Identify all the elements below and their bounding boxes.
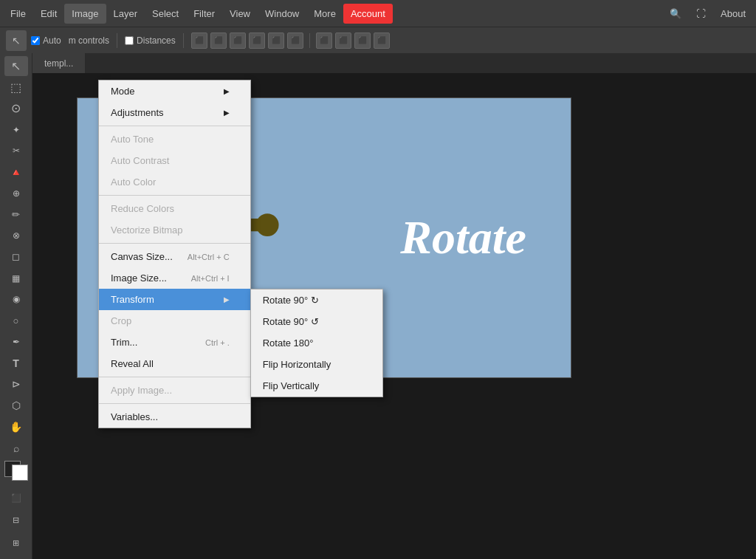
- canvas-tab[interactable]: templ...: [32, 53, 86, 73]
- background-color-swatch[interactable]: [12, 464, 28, 481]
- tool-pen[interactable]: ✒: [4, 332, 28, 352]
- menu-image-size[interactable]: Image Size... Alt+Ctrl + I: [99, 267, 250, 289]
- distances-checkbox-input[interactable]: [125, 36, 134, 45]
- menu-view[interactable]: View: [222, 4, 258, 24]
- sep-2: [99, 195, 250, 196]
- tool-screen[interactable]: ⊞: [4, 533, 28, 553]
- auto-checkbox-input[interactable]: [31, 36, 40, 45]
- tool-hand[interactable]: ✋: [4, 416, 28, 436]
- toolbar-auto-checkbox[interactable]: Auto: [31, 35, 61, 46]
- tool-brush[interactable]: ✏: [4, 205, 28, 224]
- rotate-90-ccw[interactable]: Rotate 90° ↺: [251, 311, 382, 332]
- tool-eraser[interactable]: ◻: [4, 247, 28, 267]
- distribute-v-icon[interactable]: ⬛: [335, 32, 351, 49]
- color-swatches: [4, 461, 28, 481]
- auto-tone-label: Auto Tone: [111, 134, 154, 145]
- svg-point-4: [256, 213, 279, 236]
- tool-crop[interactable]: ✂: [4, 141, 28, 161]
- menu-reveal-all[interactable]: Reveal All: [99, 353, 250, 374]
- variables-label: Variables...: [111, 411, 158, 422]
- toolbar: ↖ Auto m controls Distances ⬛ ⬛ ⬛ ⬛ ⬛ ⬛ …: [0, 27, 756, 53]
- tool-eyedropper[interactable]: 🔺: [4, 162, 28, 182]
- tool-select[interactable]: ↖: [4, 56, 28, 76]
- menu-image[interactable]: Image: [64, 4, 106, 24]
- tool-gradient[interactable]: ▦: [4, 268, 28, 288]
- align-center-v-icon[interactable]: ⬛: [268, 32, 284, 49]
- tool-masks[interactable]: ⬛: [4, 488, 28, 508]
- tool-zoom[interactable]: ⌕: [4, 438, 28, 458]
- menu-window[interactable]: Window: [258, 4, 306, 24]
- apply-image-label: Apply Image...: [111, 385, 172, 396]
- tool-heal[interactable]: ⊕: [4, 183, 28, 203]
- transform-controls-label: m controls: [69, 35, 109, 46]
- auto-contrast-label: Auto Contrast: [111, 155, 170, 166]
- align-left-icon[interactable]: ⬛: [191, 32, 207, 49]
- tool-path-select[interactable]: ⊳: [4, 374, 28, 394]
- menu-fullscreen-icon[interactable]: ⛶: [689, 4, 713, 24]
- menu-edit[interactable]: Edit: [33, 4, 64, 24]
- menu-about[interactable]: About: [713, 4, 753, 24]
- menu-file[interactable]: File: [3, 4, 33, 24]
- auto-color-label: Auto Color: [111, 176, 156, 188]
- tab-bar: templ...: [32, 53, 756, 74]
- tool-magic-wand[interactable]: ✦: [4, 120, 28, 140]
- menu-more[interactable]: More: [306, 4, 343, 24]
- tool-text[interactable]: T: [4, 353, 28, 373]
- flip-h-label: Flip Horizontally: [263, 359, 331, 370]
- menu-reduce-colors: Reduce Colors: [99, 198, 250, 219]
- toolbar-distances-checkbox[interactable]: Distances: [125, 35, 176, 46]
- rotate-text: Rotate: [400, 210, 526, 265]
- auto-label: Auto: [43, 35, 61, 46]
- trim-label: Trim...: [111, 337, 137, 348]
- menu-canvas-size[interactable]: Canvas Size... Alt+Ctrl + C: [99, 246, 250, 267]
- menu-filter[interactable]: Filter: [186, 4, 222, 24]
- transform-submenu: Rotate 90° ↻ Rotate 90° ↺ Rotate 180° Fl…: [250, 289, 383, 397]
- menu-select[interactable]: Select: [145, 4, 186, 24]
- canvas-area: templ...: [32, 53, 756, 559]
- toolbar-align-icons: ⬛ ⬛ ⬛ ⬛ ⬛ ⬛ ⬛ ⬛ ⬛ ⬛: [191, 32, 390, 49]
- sep-4: [99, 377, 250, 377]
- more-arrange-icon[interactable]: ⬛: [374, 32, 390, 49]
- menu-layer[interactable]: Layer: [106, 4, 145, 24]
- flip-vertically[interactable]: Flip Vertically: [251, 375, 382, 397]
- menu-mode[interactable]: Mode ▶: [99, 80, 250, 102]
- image-dropdown: Mode ▶ Adjustments ▶ Auto Tone Auto Cont…: [98, 80, 251, 428]
- align-bottom-icon[interactable]: ⬛: [287, 32, 303, 49]
- menu-auto-color: Auto Color: [99, 171, 250, 193]
- rotate-90-cw[interactable]: Rotate 90° ↻: [251, 289, 382, 311]
- transform-label: Transform: [111, 294, 154, 305]
- tool-dodge[interactable]: ○: [4, 311, 28, 331]
- rotate-90-cw-label: Rotate 90° ↻: [263, 295, 319, 306]
- menu-crop: Crop: [99, 310, 250, 332]
- rotate-180[interactable]: Rotate 180°: [251, 332, 382, 354]
- tool-lasso[interactable]: ⊙: [4, 98, 28, 118]
- tool-blur[interactable]: ◉: [4, 289, 28, 309]
- menu-variables[interactable]: Variables...: [99, 406, 250, 428]
- mode-arrow: ▶: [224, 87, 230, 95]
- tool-marquee[interactable]: ⬚: [4, 78, 28, 97]
- canvas-size-label: Canvas Size...: [111, 251, 173, 262]
- rotate-90-ccw-label: Rotate 90° ↺: [263, 316, 319, 327]
- tool-modes[interactable]: ⊟: [4, 511, 28, 531]
- menu-account[interactable]: Account: [343, 4, 393, 24]
- menu-auto-tone: Auto Tone: [99, 128, 250, 150]
- toolbar-move-tool[interactable]: ↖: [6, 30, 27, 51]
- arrange-icon[interactable]: ⬛: [354, 32, 371, 49]
- tool-stamp[interactable]: ⊗: [4, 226, 28, 246]
- align-center-h-icon[interactable]: ⬛: [210, 32, 227, 49]
- sep-3: [99, 243, 250, 244]
- distribute-h-icon[interactable]: ⬛: [316, 32, 332, 49]
- toolbar-separator-3: [309, 33, 310, 48]
- align-right-icon[interactable]: ⬛: [230, 32, 246, 49]
- align-top-icon[interactable]: ⬛: [249, 32, 265, 49]
- flip-horizontally[interactable]: Flip Horizontally: [251, 354, 382, 375]
- toolbar-separator-1: [117, 33, 117, 48]
- menu-search-icon[interactable]: 🔍: [662, 4, 689, 24]
- main-area: ↖ ⬚ ⊙ ✦ ✂ 🔺 ⊕ ✏ ⊗ ◻ ▦ ◉ ○ ✒ T ⊳ ⬡ ✋ ⌕ ⬛ …: [0, 53, 756, 559]
- menu-adjustments[interactable]: Adjustments ▶: [99, 102, 250, 123]
- menu-transform[interactable]: Transform ▶ Rotate 90° ↻ Rotate 90° ↺ Ro…: [99, 289, 250, 310]
- tool-shape[interactable]: ⬡: [4, 396, 28, 416]
- image-size-shortcut: Alt+Ctrl + I: [191, 274, 230, 283]
- menu-bar: File Edit Image Layer Select Filter View…: [0, 0, 756, 27]
- menu-trim[interactable]: Trim... Ctrl + .: [99, 332, 250, 353]
